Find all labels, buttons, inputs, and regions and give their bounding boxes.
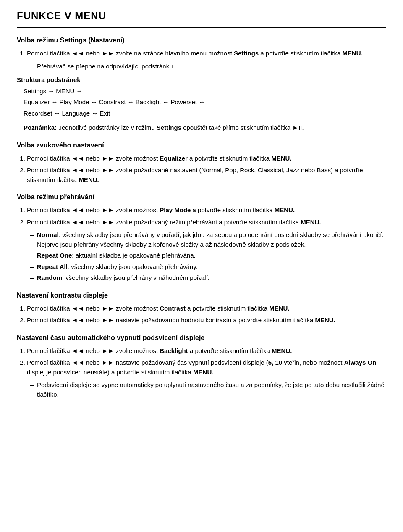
prev-icon: ◄◄: [72, 206, 84, 213]
section-settings-heading: Volba režimu Settings (Nastavení): [17, 35, 386, 45]
list-item: Random: všechny skladby jsou přehrány v …: [30, 273, 386, 283]
struct-item: MENU: [56, 87, 74, 96]
struct-item: Language: [62, 109, 90, 119]
structure-line-2: Equalizer ↔ Play Mode ↔ Constrast ↔ Back…: [24, 97, 386, 107]
section-backlight: Nastavení času automatického vypnutí pod…: [17, 333, 386, 400]
struct-item: Backlight: [136, 97, 161, 107]
section-backlight-heading: Nastavení času automatického vypnutí pod…: [17, 333, 386, 343]
list-item: Přehrávač se přepne na odpovídající pods…: [30, 62, 386, 71]
section-settings: Volba režimu Settings (Nastavení) Pomocí…: [17, 35, 386, 71]
next-icon: ►►: [102, 219, 114, 226]
arrow-lr-icon: ↔: [92, 109, 98, 119]
section-contrast: Nastavení kontrastu displeje Pomocí tlač…: [17, 290, 386, 325]
next-icon: ►►: [102, 166, 114, 174]
list-item: Normal: všechny skladby jsou přehrávány …: [30, 230, 386, 249]
struct-item: Constrast: [99, 97, 126, 107]
list-item: Pomocí tlačítka ◄◄ nebo ►► zvolte na str…: [27, 49, 386, 58]
list-item: Repeat One: aktuální skladba je opakovan…: [30, 251, 386, 261]
next-icon: ►►: [102, 316, 114, 324]
prev-icon: ◄◄: [72, 219, 84, 226]
prev-icon: ◄◄: [72, 166, 84, 174]
structure-block: Struktura podstránek Settings → MENU → E…: [17, 75, 386, 133]
section-contrast-heading: Nastavení kontrastu displeje: [17, 290, 386, 300]
list-item: Pomocí tlačítka ◄◄ nebo ►► nastavte poža…: [27, 358, 386, 377]
section-equalizer-heading: Volba zvukového nastavení: [17, 140, 386, 150]
list-item: Pomocí tlačítka ◄◄ nebo ►► zvolte možnos…: [27, 304, 386, 313]
list-item: Podsvícení displeje se vypne automaticky…: [30, 380, 386, 399]
list-item: Pomocí tlačítka ◄◄ nebo ►► nastavte poža…: [27, 316, 386, 325]
list-item: Pomocí tlačítka ◄◄ nebo ►► zvolte požado…: [27, 218, 386, 227]
note-block: Poznámka: Jednotlivé podstránky lze v re…: [24, 123, 386, 133]
list-item: Pomocí tlačítka ◄◄ nebo ►► zvolte možnos…: [27, 154, 386, 163]
prev-icon: ◄◄: [72, 347, 84, 354]
prev-icon: ◄◄: [72, 316, 84, 324]
arrow-lr-icon: ↔: [163, 97, 169, 107]
prev-icon: ◄◄: [72, 50, 84, 57]
list-item: Pomocí tlačítka ◄◄ nebo ►► zvolte možnos…: [27, 205, 386, 215]
next-icon: ►►: [102, 50, 114, 57]
arrow-right-icon: →: [76, 87, 82, 96]
struct-item: Powerset: [171, 97, 197, 107]
structure-line-1: Settings → MENU →: [24, 87, 386, 96]
struct-item: Equalizer: [24, 97, 50, 107]
structure-line-3: Recordset ↔ Language ↔ Exit: [24, 109, 386, 119]
section-play-mode: Volba režimu přehrávání Pomocí tlačítka …: [17, 192, 386, 283]
section-play-mode-heading: Volba režimu přehrávání: [17, 192, 386, 202]
list-item: Pomocí tlačítka ◄◄ nebo ►► zvolte požado…: [27, 166, 386, 184]
play-pause-icon: ►II: [292, 124, 302, 131]
prev-icon: ◄◄: [72, 305, 84, 312]
arrow-lr-icon: ↔: [128, 97, 134, 107]
struct-item: Play Mode: [60, 97, 89, 107]
arrow-lr-icon: ↔: [54, 109, 60, 119]
struct-item: Settings: [24, 87, 46, 96]
arrow-lr-icon: ↔: [91, 97, 97, 107]
page-title: FUNKCE V MENU: [17, 8, 386, 28]
structure-label: Struktura podstránek: [17, 76, 81, 83]
arrow-lr-icon: ↔: [199, 97, 205, 107]
arrow-right-icon: →: [48, 87, 54, 96]
next-icon: ►►: [102, 347, 114, 354]
prev-icon: ◄◄: [72, 155, 84, 162]
note-title: Poznámka:: [24, 124, 57, 131]
struct-item: Exit: [99, 109, 110, 119]
next-icon: ►►: [102, 305, 114, 312]
list-item: Repeat All: všechny skladby jsou opakova…: [30, 262, 386, 272]
prev-icon: ◄◄: [72, 359, 84, 366]
next-icon: ►►: [102, 155, 114, 162]
next-icon: ►►: [102, 206, 114, 213]
arrow-lr-icon: ↔: [52, 97, 58, 107]
struct-item: Recordset: [24, 109, 52, 119]
next-icon: ►►: [102, 359, 114, 366]
note-text: Jednotlivé podstránky lze v režimu Setti…: [58, 124, 304, 131]
list-item: Pomocí tlačítka ◄◄ nebo ►► zvolte možnos…: [27, 346, 386, 356]
section-equalizer: Volba zvukového nastavení Pomocí tlačítk…: [17, 140, 386, 185]
